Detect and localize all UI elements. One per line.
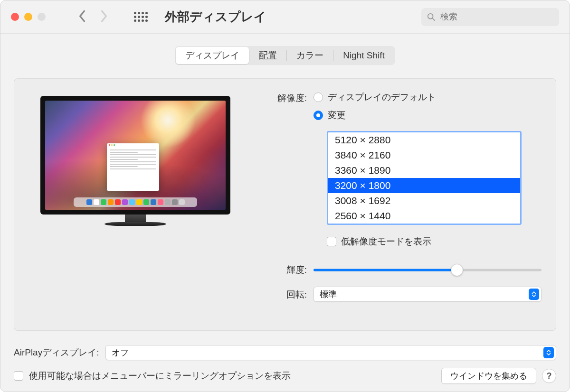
rotation-label: 回転: <box>266 288 314 301</box>
tab-bar: ディスプレイ 配置 カラー Night Shift <box>175 46 395 65</box>
airplay-select[interactable]: オフ <box>105 345 556 360</box>
preview-window-icon <box>107 143 159 191</box>
back-button[interactable] <box>78 10 86 24</box>
preview-dock-icon <box>74 197 197 207</box>
svg-point-0 <box>428 13 433 19</box>
brightness-slider[interactable] <box>314 264 542 276</box>
low-res-checkbox-row[interactable]: 低解像度モードを表示 <box>327 235 522 248</box>
settings-column: 解像度: ディスプレイのデフォルト 変更 5120 × 28803840 × 2… <box>266 91 542 318</box>
window-controls <box>11 13 46 21</box>
tab-color[interactable]: カラー <box>287 47 333 64</box>
search-input[interactable] <box>440 12 553 22</box>
resolution-option[interactable]: 3360 × 1890 <box>328 163 520 178</box>
settings-panel: 解像度: ディスプレイのデフォルト 変更 5120 × 28803840 × 2… <box>14 78 556 331</box>
airplay-value: オフ <box>112 347 129 358</box>
resolution-option[interactable]: 2560 × 1440 <box>328 208 520 224</box>
zoom-button <box>38 13 46 21</box>
preferences-window: 外部ディスプレイ ディスプレイ 配置 カラー Night Shift <box>0 0 570 392</box>
rotation-select[interactable]: 標準 <box>314 287 542 302</box>
window-title: 外部ディスプレイ <box>165 9 266 25</box>
show-all-button[interactable] <box>134 12 148 22</box>
resolution-label: 解像度: <box>266 91 314 104</box>
brightness-label: 輝度: <box>266 264 314 276</box>
svg-line-1 <box>433 18 435 20</box>
resolution-option[interactable]: 3840 × 2160 <box>328 148 520 163</box>
resolution-default-label: ディスプレイのデフォルト <box>328 91 436 103</box>
chevron-updown-icon <box>543 347 554 358</box>
resolution-scaled-radio[interactable]: 変更 <box>314 109 522 121</box>
footer: AirPlayディスプレイ: オフ 使用可能な場合はメニューバーにミラーリングオ… <box>0 336 570 392</box>
chevron-updown-icon <box>529 289 539 300</box>
content-area: ディスプレイ 配置 カラー Night Shift <box>0 34 570 336</box>
resolution-listbox[interactable]: 5120 × 28803840 × 21603360 × 18903200 × … <box>327 131 522 225</box>
rotation-value: 標準 <box>320 289 337 300</box>
resolution-option[interactable]: 3200 × 1800 <box>328 178 520 193</box>
brightness-thumb[interactable] <box>451 264 463 276</box>
low-res-checkbox[interactable] <box>327 237 336 246</box>
nav-buttons <box>78 10 108 24</box>
monitor-illustration <box>40 96 230 226</box>
minimize-button[interactable] <box>24 13 32 21</box>
tab-arrangement[interactable]: 配置 <box>249 47 286 64</box>
airplay-label: AirPlayディスプレイ: <box>14 346 99 359</box>
resolution-default-radio[interactable]: ディスプレイのデフォルト <box>314 91 522 103</box>
help-button[interactable]: ? <box>542 369 556 383</box>
display-preview <box>28 91 242 318</box>
toolbar: 外部ディスプレイ <box>0 0 570 34</box>
mirroring-label: 使用可能な場合はメニューバーにミラーリングオプションを表示 <box>29 370 291 382</box>
search-field[interactable] <box>421 8 559 26</box>
low-res-label: 低解像度モードを表示 <box>341 235 431 248</box>
mirroring-checkbox[interactable] <box>14 371 23 381</box>
tab-nightshift[interactable]: Night Shift <box>333 47 394 64</box>
gather-windows-button[interactable]: ウインドウを集める <box>441 368 536 384</box>
search-icon <box>427 12 436 22</box>
resolution-option[interactable]: 3008 × 1692 <box>328 193 520 208</box>
resolution-scaled-label: 変更 <box>328 109 346 121</box>
forward-button <box>100 10 108 24</box>
close-button[interactable] <box>11 13 19 21</box>
tab-display[interactable]: ディスプレイ <box>176 47 249 64</box>
resolution-option[interactable]: 5120 × 2880 <box>328 132 520 148</box>
